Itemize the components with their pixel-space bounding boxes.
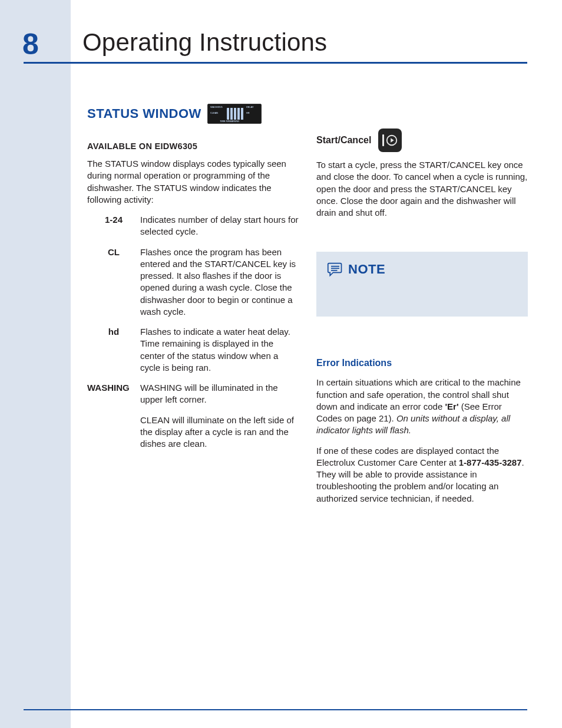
status-code-desc: WASHING will be illuminated in the upper… [140, 382, 299, 450]
status-code-term: WASHING [87, 382, 140, 450]
status-code-term: CL [87, 246, 140, 318]
status-code-desc: Indicates number of delay start hours fo… [140, 214, 299, 238]
status-code-desc: Flashes once the program has been entere… [140, 246, 299, 318]
error-code-er: 'Er' [445, 401, 458, 411]
start-cancel-body: To start a cycle, press the START/CANCEL… [316, 159, 528, 219]
status-window-heading: STATUS WINDOW [87, 106, 201, 121]
left-column: STATUS WINDOW WASHING CLEAN DELAY HR TIM… [87, 104, 299, 513]
status-code-desc-p1: WASHING will be illuminated in the upper… [140, 382, 299, 406]
page-number: 8 [22, 27, 39, 61]
note-title: NOTE [348, 262, 385, 277]
note-box: NOTE [316, 252, 528, 317]
status-code-row: 1-24 Indicates number of delay start hou… [87, 214, 299, 238]
status-code-term: 1-24 [87, 214, 140, 238]
left-sidebar [0, 0, 71, 728]
chapter-title: Operating Instructions [82, 28, 327, 57]
start-cancel-icon [378, 129, 402, 152]
content-area: STATUS WINDOW WASHING CLEAN DELAY HR TIM… [87, 104, 528, 513]
svg-marker-1 [391, 138, 394, 142]
status-code-row: WASHING WASHING will be illuminated in t… [87, 382, 299, 450]
customer-care-phone: 1-877-435-3287 [459, 457, 522, 467]
status-code-row: CL Flashes once the program has been ent… [87, 246, 299, 318]
bottom-rule [24, 709, 527, 710]
status-code-desc: Flashes to indicate a water heat delay. … [140, 326, 299, 374]
error-indications-heading: Error Indications [316, 358, 528, 368]
title-rule [24, 62, 527, 64]
start-cancel-heading: Start/Cancel [316, 135, 371, 146]
status-codes-list: 1-24 Indicates number of delay start hou… [87, 214, 299, 450]
status-code-row: hd Flashes to indicate a water heat dela… [87, 326, 299, 374]
status-display-icon: WASHING CLEAN DELAY HR TIME REMAINING [207, 104, 262, 124]
available-on-subhead: AVAILABLE ON EIDW6305 [87, 141, 299, 151]
error-paragraph-2: If one of these codes are displayed cont… [316, 445, 528, 505]
status-code-term: hd [87, 326, 140, 374]
status-code-desc-p2: CLEAN will illuminate on the left side o… [140, 414, 299, 450]
start-cancel-heading-row: Start/Cancel [316, 129, 528, 152]
right-column: Start/Cancel To start a cycle, press the… [316, 104, 528, 513]
status-window-heading-row: STATUS WINDOW WASHING CLEAN DELAY HR TIM… [87, 104, 299, 124]
note-icon [327, 261, 343, 278]
page: 8 Operating Instructions STATUS WINDOW W… [0, 0, 562, 728]
status-intro-paragraph: The STATUS window displays codes typical… [87, 158, 299, 206]
error-paragraph-1: In certain situations which are critical… [316, 377, 528, 436]
